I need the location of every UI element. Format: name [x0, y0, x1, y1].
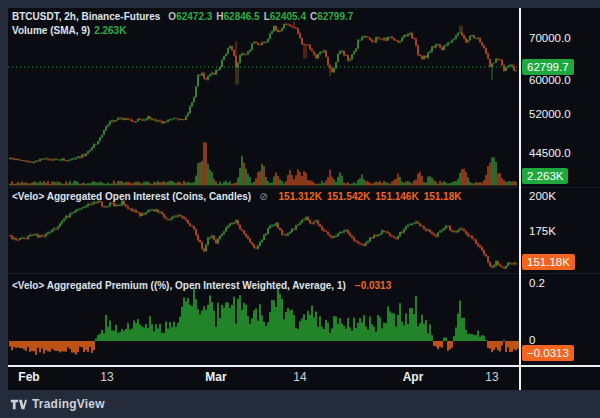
oi-study-label[interactable]: <Velo> Aggregated Open Interest (Coins, … — [12, 190, 251, 204]
tradingview-wordmark[interactable]: TradingView — [32, 397, 105, 411]
ohlc-value: 62846.5 — [224, 11, 260, 22]
price-axis-tick: 52000.0 — [529, 108, 571, 120]
price-axis[interactable]: 70000.062799.760000.052000.044500.02.263… — [521, 8, 600, 365]
pane-separator-2[interactable] — [8, 273, 600, 274]
premium-legend: <Velo> Aggregated Premium ((%), Open Int… — [12, 279, 391, 293]
price-axis-badge: 2.263K — [522, 168, 568, 184]
tradingview-logo[interactable] — [10, 398, 27, 411]
price-axis-tick: 0.2 — [529, 277, 545, 289]
time-axis[interactable]: Feb13Mar14Apr13 — [8, 367, 600, 390]
oi-value: 151.312K — [279, 191, 322, 202]
premium-study-label[interactable]: <Velo> Aggregated Premium ((%), Open Int… — [12, 279, 346, 293]
ohlc-value: 62472.3 — [176, 11, 212, 22]
ohlc-value: 62799.7 — [317, 11, 353, 22]
time-axis-label: Feb — [18, 370, 39, 384]
price-axis-tick: 70000.0 — [529, 32, 571, 44]
oi-values: 151.312K151.542K151.146K151.18K — [274, 190, 462, 204]
footer: TradingView — [10, 394, 105, 414]
oi-value: 151.18K — [424, 191, 462, 202]
price-axis-badge: −0.0313 — [522, 345, 574, 361]
price-axis-badge: 151.18K — [522, 254, 575, 270]
oi-legend: <Velo> Aggregated Open Interest (Coins, … — [12, 190, 461, 204]
oi-value: 151.146K — [375, 191, 418, 202]
ohlc-letter: O — [168, 11, 176, 22]
symbol-title[interactable]: BTCUSDT, 2h, Binance-Futures — [12, 10, 160, 24]
premium-value: −0.0313 — [355, 279, 391, 293]
time-axis-label: 13 — [485, 370, 498, 384]
oi-value: 151.542K — [327, 191, 370, 202]
price-axis-tick: 175K — [529, 225, 556, 237]
time-axis-label: 14 — [293, 370, 306, 384]
volume-study-label[interactable]: Volume (SMA, 9) — [12, 24, 90, 38]
tradingview-chart-page: BTCUSDT, 2h, Binance-Futures O62472.3H62… — [0, 0, 600, 418]
ohlc-value: 62405.4 — [270, 11, 306, 22]
ohlc-values: O62472.3H62846.5L62405.4C62799.7 — [164, 10, 353, 24]
time-axis-label: Apr — [403, 370, 424, 384]
price-axis-badge: 62799.7 — [522, 59, 574, 75]
time-axis-label: Mar — [205, 370, 226, 384]
chart-canvas[interactable] — [0, 0, 600, 418]
price-axis-tick: 60000.0 — [529, 74, 571, 86]
main-legend: BTCUSDT, 2h, Binance-Futures O62472.3H62… — [12, 10, 353, 38]
ohlc-letter: H — [216, 11, 223, 22]
time-axis-label: 13 — [100, 370, 113, 384]
hide-study-icon[interactable]: ⊘ — [259, 190, 267, 204]
price-axis-tick: 200K — [529, 190, 556, 202]
price-axis-tick: 44500.0 — [529, 147, 571, 159]
pane-separator-1[interactable] — [8, 187, 600, 188]
volume-value: 2.263K — [94, 24, 126, 38]
